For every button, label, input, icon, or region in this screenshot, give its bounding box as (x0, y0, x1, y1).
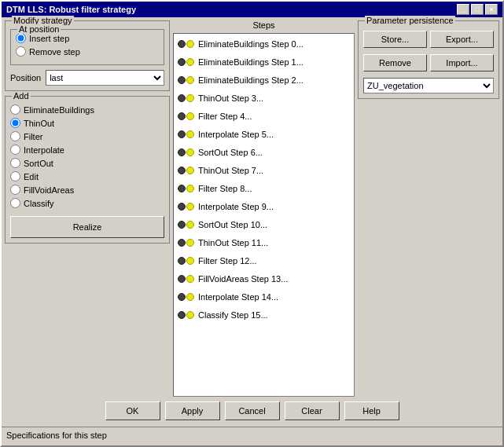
add-filter-label: Filter (24, 132, 42, 141)
add-thinout-radio[interactable] (10, 118, 20, 128)
main-row: Modify strategy At position Insert step … (5, 20, 499, 397)
remove-step-radio[interactable] (16, 46, 26, 57)
export-button[interactable]: Export... (430, 31, 494, 48)
main-window: DTM LLS: Robust filter strategy _ □ × Mo… (0, 0, 504, 447)
add-sortout-radio[interactable] (10, 158, 20, 168)
realize-button[interactable]: Realize (10, 216, 164, 238)
step-icon (178, 309, 195, 321)
apply-button[interactable]: Apply (165, 401, 220, 420)
position-row: Position last first 0 1 2 (10, 70, 164, 86)
status-bar: Specifications for this step (2, 427, 502, 445)
list-item[interactable]: Classify Step 15... (175, 306, 352, 324)
list-item[interactable]: EliminateBuildings Step 0... (175, 35, 352, 53)
parameter-dropdown[interactable]: ZU_vegetation default custom (363, 78, 494, 93)
bottom-buttons: OK Apply Cancel Clear Help (5, 397, 499, 423)
modify-strategy-group: Modify strategy At position Insert step … (5, 20, 170, 91)
parameter-persistence-group: Parameter persistence Store... Export...… (358, 20, 499, 99)
add-fillvoidareas-radio[interactable] (10, 185, 20, 195)
add-interpolate-radio[interactable] (10, 145, 20, 155)
maximize-button[interactable]: □ (471, 4, 484, 15)
step-icon (178, 218, 195, 231)
add-options: EliminateBuildings ThinOut Filter I (10, 104, 164, 208)
add-fillvoidareas-row: FillVoidAreas (10, 185, 164, 195)
list-item[interactable]: Filter Step 4... (175, 108, 352, 125)
step-text: SortOut Step 6... (198, 148, 263, 157)
list-item[interactable]: SortOut Step 6... (175, 144, 352, 161)
step-text: EliminateBuildings Step 2... (198, 75, 304, 85)
list-item[interactable]: Interpolate Step 14... (175, 288, 352, 306)
position-label: Position (10, 73, 41, 82)
steps-label: Steps (173, 20, 355, 30)
step-icon (178, 200, 195, 213)
insert-step-radio[interactable] (16, 33, 26, 43)
ok-button[interactable]: OK (105, 401, 160, 420)
title-bar-buttons: _ □ × (457, 4, 498, 15)
steps-panel: Steps EliminateBuildings Step 0...Elimin… (173, 20, 355, 397)
list-item[interactable]: SortOut Step 10... (175, 216, 352, 233)
add-group: Add EliminateBuildings ThinOut Filter (5, 96, 170, 244)
store-export-row: Store... Export... (363, 31, 494, 48)
step-text: ThinOut Step 3... (198, 93, 263, 103)
list-item[interactable]: Filter Step 12... (175, 252, 352, 269)
add-interpolate-label: Interpolate (24, 145, 64, 155)
help-button[interactable]: Help (344, 401, 399, 420)
step-icon (178, 236, 195, 249)
add-classify-label: Classify (24, 199, 54, 208)
step-icon (178, 164, 195, 177)
at-position-group: At position Insert step Remove step (10, 29, 164, 65)
cancel-button[interactable]: Cancel (225, 401, 280, 420)
add-eliminatebuildings-label: EliminateBuildings (24, 105, 94, 115)
step-text: EliminateBuildings Step 0... (198, 39, 304, 49)
add-filter-radio[interactable] (10, 131, 20, 141)
import-button[interactable]: Import... (430, 54, 494, 71)
store-button[interactable]: Store... (363, 31, 427, 48)
position-select[interactable]: last first 0 1 2 (46, 70, 164, 86)
list-item[interactable]: FillVoidAreas Step 13... (175, 270, 352, 288)
remove-button[interactable]: Remove (363, 54, 427, 71)
remove-import-row: Remove Import... (363, 54, 494, 71)
right-panel: Parameter persistence Store... Export...… (358, 20, 499, 397)
remove-step-label: Remove step (29, 47, 80, 57)
steps-list[interactable]: EliminateBuildings Step 0...EliminateBui… (173, 33, 355, 397)
list-item[interactable]: Interpolate Step 5... (175, 126, 352, 143)
step-text: FillVoidAreas Step 13... (198, 274, 288, 284)
step-icon (178, 110, 195, 123)
step-text: Filter Step 4... (198, 112, 252, 121)
step-icon (178, 128, 195, 141)
status-text: Specifications for this step (6, 431, 107, 440)
remove-step-row: Remove step (16, 46, 159, 57)
list-item[interactable]: EliminateBuildings Step 1... (175, 53, 352, 71)
add-edit-label: Edit (24, 172, 39, 181)
list-item[interactable]: Filter Step 8... (175, 180, 352, 197)
list-item[interactable]: ThinOut Step 3... (175, 90, 352, 107)
add-edit-radio[interactable] (10, 171, 20, 181)
list-item[interactable]: ThinOut Step 11... (175, 234, 352, 251)
minimize-button[interactable]: _ (457, 4, 469, 15)
list-item[interactable]: ThinOut Step 7... (175, 162, 352, 179)
step-icon (178, 182, 195, 195)
add-sortout-row: SortOut (10, 158, 164, 168)
add-filter-row: Filter (10, 131, 164, 141)
step-text: Interpolate Step 14... (198, 292, 278, 302)
add-classify-radio[interactable] (10, 198, 20, 208)
step-text: SortOut Step 10... (198, 220, 267, 229)
add-thinout-label: ThinOut (24, 119, 54, 128)
step-text: ThinOut Step 11... (198, 238, 268, 247)
step-text: Filter Step 8... (198, 184, 252, 193)
clear-button[interactable]: Clear (285, 401, 340, 420)
step-text: Filter Step 12... (198, 256, 257, 266)
close-button[interactable]: × (485, 4, 498, 15)
step-text: Classify Step 15... (198, 310, 268, 320)
add-eliminatebuildings-radio[interactable] (10, 104, 20, 115)
step-icon (178, 92, 195, 104)
list-item[interactable]: Interpolate Step 9... (175, 198, 352, 215)
step-icon (178, 291, 195, 303)
title-bar: DTM LLS: Robust filter strategy _ □ × (2, 2, 502, 17)
list-item[interactable]: EliminateBuildings Step 2... (175, 71, 352, 89)
add-fillvoidareas-label: FillVoidAreas (24, 185, 74, 195)
step-text: Interpolate Step 5... (198, 130, 274, 139)
step-icon (178, 74, 195, 86)
window-title: DTM LLS: Robust filter strategy (6, 5, 136, 14)
step-icon (178, 38, 195, 50)
add-eliminatebuildings-row: EliminateBuildings (10, 104, 164, 115)
